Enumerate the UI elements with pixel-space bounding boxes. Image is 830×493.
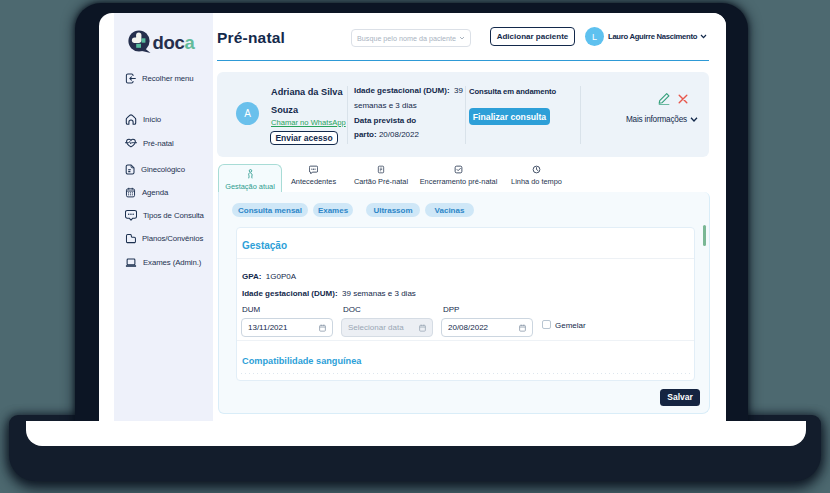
svg-text:doca: doca bbox=[153, 32, 196, 53]
